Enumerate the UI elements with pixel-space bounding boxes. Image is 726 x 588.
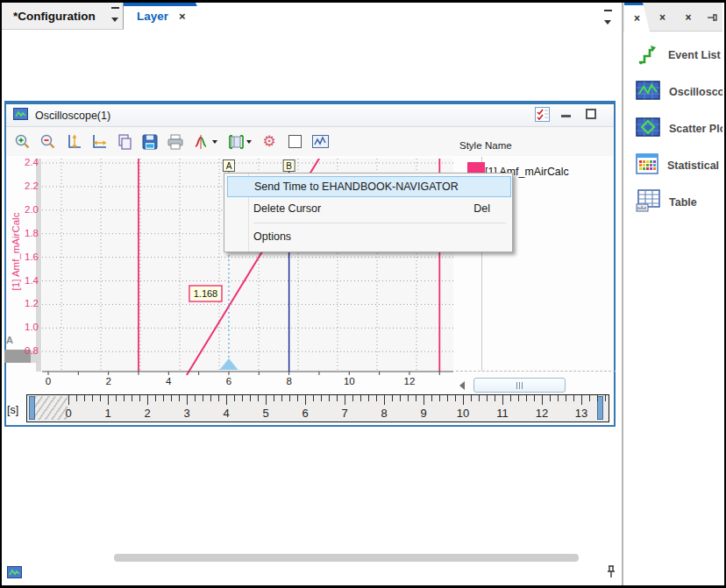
statistical-data-icon (636, 153, 658, 178)
menu-item-send-time[interactable]: Send Time to EHANDBOOK-NAVIGATOR (227, 176, 511, 197)
oscilloscope-icon (636, 81, 660, 103)
right-sidebar: × × × Event List Oscilloscope (623, 3, 722, 585)
y-axis-cursor-marker: A (6, 335, 13, 345)
context-menu: Send Time to EHANDBOOK-NAVIGATOR Delete … (224, 173, 513, 252)
main-horizontal-scrollbar[interactable] (114, 554, 579, 562)
scatter-plot-icon (636, 117, 660, 140)
layout-columns-dropdown-icon[interactable] (225, 132, 253, 152)
sidebar-item-event-list[interactable]: Event List (636, 43, 722, 67)
settings-gear-icon[interactable]: ⚙ (260, 132, 279, 152)
svg-text:A: A (226, 161, 232, 171)
fit-horizontal-icon[interactable] (89, 132, 109, 152)
tab-configuration-dropdown-icon[interactable] (111, 7, 119, 25)
menu-item-options[interactable]: Options (227, 226, 511, 247)
sidebar-item-table[interactable]: Table (636, 190, 722, 215)
legend-name-header: Name (485, 140, 512, 151)
signal-style-dropdown-icon[interactable] (191, 132, 219, 152)
time-ruler-unit-label: [s] (7, 404, 18, 416)
zoom-in-icon[interactable] (13, 132, 32, 152)
window-title: Oscilloscope(1) (35, 110, 110, 122)
legend-style-header: Style (459, 140, 482, 151)
blank-box-icon[interactable] (285, 132, 304, 152)
legend-style-swatch[interactable] (467, 162, 485, 173)
sidebar-item-oscilloscope[interactable]: Oscilloscope (636, 80, 722, 104)
tabbar-overflow-icon[interactable] (604, 10, 612, 28)
oscilloscope-title-icon (13, 108, 28, 124)
fit-vertical-icon[interactable] (64, 132, 83, 152)
window-maximize-button[interactable] (584, 107, 598, 121)
save-icon[interactable] (140, 132, 160, 152)
zoom-out-icon[interactable] (39, 132, 58, 152)
oscilloscope-view-icon[interactable] (310, 132, 330, 152)
ruler-left-handle[interactable] (29, 396, 35, 420)
menu-item-delete-cursor[interactable]: Delete Cursor Del (227, 198, 511, 219)
tab-layer-close-icon[interactable]: × (179, 10, 186, 23)
svg-text:1.168: 1.168 (194, 288, 218, 299)
application-window: *Configuration Layer × Oscilloscope(1) (0, 0, 726, 588)
window-minimize-button[interactable] (559, 110, 573, 122)
time-ruler[interactable]: 012345678910111213 (26, 394, 609, 422)
event-list-icon (636, 42, 659, 69)
tab-layer-label: Layer (137, 10, 168, 23)
sidebar-tab-1[interactable]: × (624, 3, 650, 32)
ruler-right-handle[interactable] (597, 396, 603, 420)
sidebar-tab-2[interactable]: × (650, 3, 675, 32)
oscilloscope-toolbar: ⚙ (6, 127, 614, 156)
table-icon (636, 189, 660, 216)
context-menu-separator (253, 223, 506, 223)
copy-icon[interactable] (115, 132, 134, 152)
legend-bottom-dash (456, 371, 616, 372)
tab-configuration-label: *Configuration (13, 10, 96, 23)
auto-hide-pin-icon[interactable] (606, 564, 616, 582)
svg-text:B: B (286, 161, 292, 171)
print-icon[interactable] (166, 132, 185, 152)
sidebar-tab-strip: × × × (623, 3, 722, 32)
sidebar-item-scatter-plot[interactable]: Scatter Plot (636, 117, 722, 141)
legend-scroll-left-icon[interactable] (459, 381, 465, 390)
oscilloscope-titlebar[interactable]: Oscilloscope(1) (6, 104, 614, 127)
minimized-oscilloscope-icon[interactable] (7, 566, 22, 582)
tab-configuration[interactable]: *Configuration (2, 3, 124, 30)
tab-layer[interactable]: Layer × (124, 3, 208, 30)
window-checklist-button[interactable] (534, 106, 550, 122)
sidebar-pin-icon[interactable] (704, 3, 722, 32)
menu-shortcut-del: Del (473, 202, 490, 215)
sidebar-close-icon[interactable]: × (678, 3, 699, 32)
legend-scrollbar-thumb[interactable] (473, 378, 566, 393)
sidebar-item-statistical-data[interactable]: Statistical Data (636, 153, 722, 178)
